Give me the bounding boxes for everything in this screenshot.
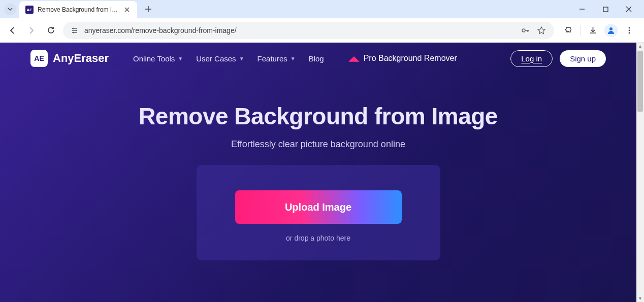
nav-blog[interactable]: Blog [309, 54, 324, 63]
new-tab-button[interactable] [141, 2, 155, 16]
nav-label: Blog [309, 54, 324, 63]
password-key-icon[interactable] [520, 25, 531, 36]
window-minimize-button[interactable] [575, 2, 589, 16]
toolbar-right [559, 24, 639, 37]
scroll-up-arrow[interactable]: ▲ [637, 43, 643, 50]
person-icon [606, 26, 616, 35]
logo-text: AnyEraser [53, 52, 109, 65]
nav-label: Online Tools [133, 54, 175, 63]
close-icon [124, 7, 130, 12]
nav-forward-button[interactable] [24, 23, 39, 38]
minimize-icon [579, 6, 585, 12]
vertical-scrollbar[interactable]: ▲ ▼ [636, 43, 644, 302]
bookmark-star-button[interactable] [536, 25, 547, 36]
svg-point-8 [629, 32, 630, 33]
tab-close-button[interactable] [123, 6, 131, 14]
key-icon [521, 26, 530, 35]
maximize-icon [603, 7, 608, 12]
download-icon [589, 26, 597, 35]
arrow-left-icon [8, 26, 17, 35]
chevron-down-icon [7, 6, 13, 12]
drop-hint-text: or drop a photo here [217, 234, 420, 242]
svg-point-4 [522, 29, 525, 32]
close-icon [626, 6, 632, 12]
svg-point-2 [76, 29, 77, 31]
svg-point-5 [609, 27, 613, 30]
svg-point-3 [73, 31, 75, 33]
arrow-right-icon [27, 26, 36, 35]
scroll-down-arrow[interactable]: ▼ [637, 295, 643, 302]
login-button[interactable]: Log in [510, 50, 553, 67]
header-auth: Log in Sign up [510, 50, 606, 67]
logo-badge: AE [30, 50, 48, 67]
svg-point-1 [73, 27, 74, 29]
hero-section: Remove Background from Image Effortlessl… [0, 74, 636, 260]
nav-label: User Cases [196, 54, 236, 63]
extensions-button[interactable] [562, 24, 575, 37]
page-content: AE AnyEraser Online Tools ▼ User Cases ▼… [0, 43, 636, 302]
svg-rect-0 [603, 7, 608, 12]
chevron-down-icon: ▼ [291, 56, 296, 61]
toolbar-divider [581, 25, 581, 36]
signup-button[interactable]: Sign up [560, 50, 606, 67]
puzzle-icon [565, 26, 573, 35]
tab-title: Remove Background from Imag [38, 6, 119, 13]
nav-back-button[interactable] [5, 23, 19, 38]
nav-label: Features [257, 54, 287, 63]
nav-reload-button[interactable] [44, 23, 58, 38]
reload-icon [47, 26, 55, 35]
url-text: anyeraser.com/remove-background-from-ima… [84, 26, 514, 35]
page-title: Remove Background from Image [0, 103, 636, 130]
upload-image-button[interactable]: Upload Image [235, 190, 402, 224]
svg-point-7 [629, 29, 630, 31]
site-header: AE AnyEraser Online Tools ▼ User Cases ▼… [0, 43, 636, 74]
chevron-down-icon: ▼ [239, 56, 244, 61]
logo-link[interactable]: AE AnyEraser [30, 50, 109, 67]
chevron-down-icon: ▼ [178, 56, 183, 61]
downloads-button[interactable] [586, 24, 599, 37]
nav-menu: Online Tools ▼ User Cases ▼ Features ▼ B… [133, 54, 324, 63]
site-settings-icon[interactable] [70, 26, 79, 35]
scrollbar-thumb[interactable] [637, 51, 643, 112]
page-viewport: AE AnyEraser Online Tools ▼ User Cases ▼… [0, 43, 644, 302]
tune-icon [71, 26, 79, 35]
address-bar[interactable]: anyeraser.com/remove-background-from-ima… [63, 22, 554, 39]
window-maximize-button[interactable] [598, 2, 613, 16]
star-icon [537, 26, 546, 35]
plus-icon [145, 6, 152, 13]
tab-favicon: AE [25, 6, 34, 14]
upload-dropzone[interactable]: Upload Image or drop a photo here [197, 165, 440, 260]
menu-button[interactable] [623, 24, 636, 37]
svg-point-6 [629, 27, 630, 28]
sparkle-icon: ◢◣ [348, 54, 360, 62]
nav-features[interactable]: Features ▼ [257, 54, 296, 63]
nav-pro-background-remover[interactable]: ◢◣ Pro Background Remover [348, 54, 457, 63]
nav-label: Pro Background Remover [364, 54, 457, 63]
kebab-icon [625, 26, 633, 35]
nav-online-tools[interactable]: Online Tools ▼ [133, 54, 183, 63]
window-controls [575, 2, 640, 16]
browser-toolbar: anyeraser.com/remove-background-from-ima… [0, 18, 644, 43]
window-close-button[interactable] [622, 2, 636, 16]
tab-search-dropdown[interactable] [4, 3, 16, 15]
nav-user-cases[interactable]: User Cases ▼ [196, 54, 244, 63]
profile-button[interactable] [604, 24, 618, 37]
browser-tab-active[interactable]: AE Remove Background from Imag [19, 1, 137, 18]
browser-tab-strip: AE Remove Background from Imag [0, 0, 644, 18]
page-subtitle: Effortlessly clear picture background on… [0, 139, 636, 150]
